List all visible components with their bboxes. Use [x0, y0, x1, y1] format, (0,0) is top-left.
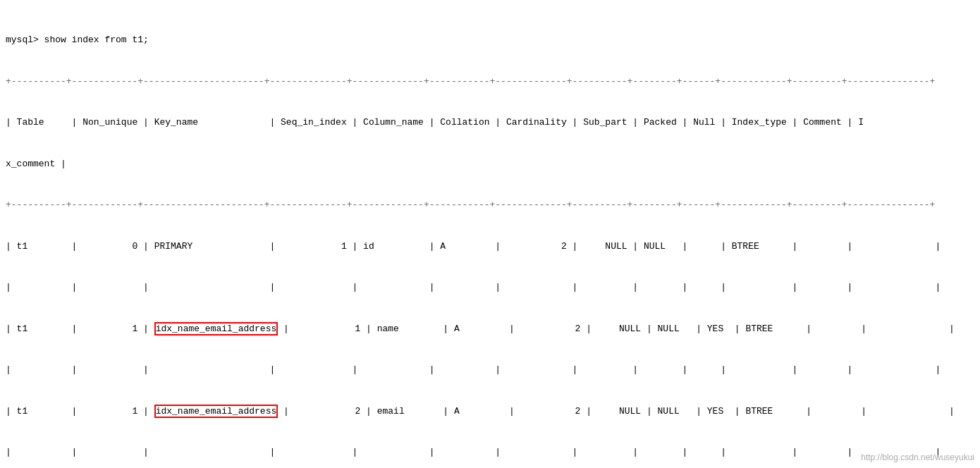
cmd1-line: mysql> show index from t1; [6, 33, 974, 47]
hdr1-line: | Table | Non_unique | Key_name | Seq_in… [6, 116, 974, 130]
row3b-line: | | | | | | | | | | | | | | [6, 445, 974, 460]
hdr1b-line: x_comment | [6, 157, 974, 171]
highlight-idx-email: idx_name_email_address [154, 405, 278, 418]
row2a-line: | t1 | 1 | idx_name_email_address | 1 | … [6, 322, 974, 336]
highlight-idx-name: idx_name_email_address [154, 322, 278, 335]
row2b-line: | | | | | | | | | | | | | | [6, 363, 974, 377]
sep2-line: +----------+------------+---------------… [6, 198, 974, 212]
sep1-line: +----------+------------+---------------… [6, 75, 974, 89]
row3a-line: | t1 | 1 | idx_name_email_address | 2 | … [6, 405, 974, 419]
row1b-line: | | | | | | | | | | | | | | [6, 281, 974, 295]
watermark-text: http://blog.csdn.net/wuseyukui [861, 452, 974, 462]
row1a-line: | t1 | 0 | PRIMARY | 1 | id | A | 2 | NU… [6, 240, 974, 254]
terminal-output: mysql> show index from t1; +----------+-… [6, 6, 974, 468]
